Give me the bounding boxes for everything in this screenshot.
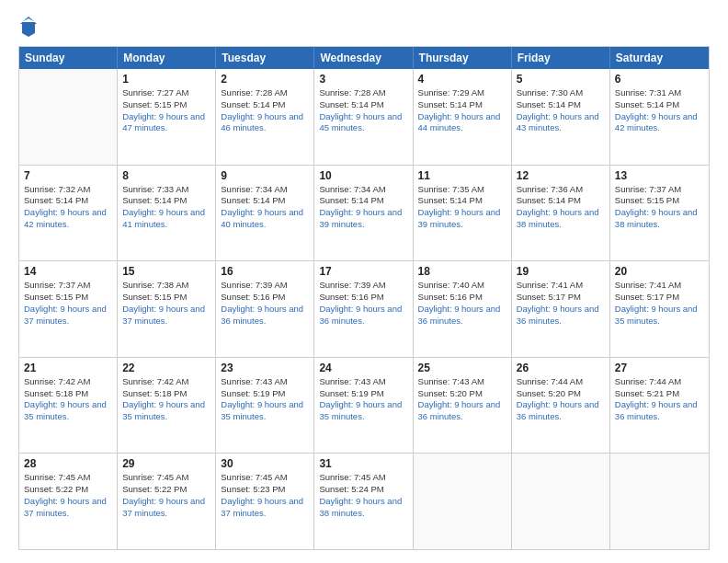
- cell-info: Sunrise: 7:28 AMSunset: 5:14 PMDaylight:…: [319, 87, 407, 134]
- daylight-text: Daylight: 9 hours and35 minutes.: [615, 304, 698, 326]
- calendar-cell-3-0: 21Sunrise: 7:42 AMSunset: 5:18 PMDayligh…: [19, 358, 118, 454]
- sunset-text: Sunset: 5:15 PM: [122, 99, 210, 111]
- sunrise-text: Sunrise: 7:36 AM: [517, 184, 605, 196]
- day-number: 8: [122, 169, 210, 182]
- day-number: 19: [517, 265, 605, 278]
- sunset-text: Sunset: 5:18 PM: [24, 388, 112, 400]
- cell-info: Sunrise: 7:37 AMSunset: 5:15 PMDaylight:…: [615, 184, 704, 231]
- cell-info: Sunrise: 7:45 AMSunset: 5:24 PMDaylight:…: [319, 472, 407, 519]
- sunrise-text: Sunrise: 7:34 AM: [221, 184, 309, 196]
- sunrise-text: Sunrise: 7:45 AM: [319, 472, 407, 484]
- day-number: 27: [615, 362, 704, 374]
- sunrise-text: Sunrise: 7:37 AM: [615, 184, 704, 196]
- calendar-header: SundayMondayTuesdayWednesdayThursdayFrid…: [19, 47, 709, 69]
- daylight-text: Daylight: 9 hours and41 minutes.: [122, 207, 205, 229]
- daylight-text: Daylight: 9 hours and40 minutes.: [221, 207, 303, 229]
- calendar-cell-0-3: 3Sunrise: 7:28 AMSunset: 5:14 PMDaylight…: [314, 69, 413, 165]
- cell-info: Sunrise: 7:39 AMSunset: 5:16 PMDaylight:…: [319, 280, 407, 327]
- sunrise-text: Sunrise: 7:41 AM: [517, 280, 605, 292]
- day-number: 7: [24, 169, 112, 182]
- sunrise-text: Sunrise: 7:39 AM: [221, 280, 309, 292]
- daylight-text: Daylight: 9 hours and36 minutes.: [517, 399, 599, 421]
- sunrise-text: Sunrise: 7:45 AM: [221, 472, 309, 484]
- sunset-text: Sunset: 5:15 PM: [24, 292, 112, 304]
- calendar-cell-2-6: 20Sunrise: 7:41 AMSunset: 5:17 PMDayligh…: [610, 261, 709, 357]
- cell-info: Sunrise: 7:44 AMSunset: 5:20 PMDaylight:…: [517, 376, 605, 423]
- calendar-cell-1-6: 13Sunrise: 7:37 AMSunset: 5:15 PMDayligh…: [610, 166, 709, 261]
- day-number: 16: [221, 265, 309, 278]
- cell-info: Sunrise: 7:43 AMSunset: 5:20 PMDaylight:…: [418, 376, 506, 423]
- calendar-cell-1-3: 10Sunrise: 7:34 AMSunset: 5:14 PMDayligh…: [314, 166, 413, 261]
- calendar-cell-2-0: 14Sunrise: 7:37 AMSunset: 5:15 PMDayligh…: [19, 261, 118, 357]
- sunset-text: Sunset: 5:14 PM: [319, 195, 407, 207]
- sunset-text: Sunset: 5:20 PM: [517, 388, 605, 400]
- sunrise-text: Sunrise: 7:27 AM: [122, 87, 210, 99]
- calendar-cell-3-3: 24Sunrise: 7:43 AMSunset: 5:19 PMDayligh…: [314, 358, 413, 454]
- sunrise-text: Sunrise: 7:44 AM: [517, 376, 605, 388]
- daylight-text: Daylight: 9 hours and44 minutes.: [418, 111, 501, 133]
- day-number: 3: [319, 73, 407, 86]
- daylight-text: Daylight: 9 hours and37 minutes.: [122, 304, 205, 326]
- cell-info: Sunrise: 7:43 AMSunset: 5:19 PMDaylight:…: [221, 376, 309, 423]
- cell-info: Sunrise: 7:45 AMSunset: 5:22 PMDaylight:…: [122, 472, 210, 519]
- daylight-text: Daylight: 9 hours and36 minutes.: [418, 304, 501, 326]
- day-number: 11: [418, 169, 506, 182]
- daylight-text: Daylight: 9 hours and39 minutes.: [418, 207, 501, 229]
- sunrise-text: Sunrise: 7:31 AM: [615, 87, 704, 99]
- header-cell-wednesday: Wednesday: [314, 47, 413, 69]
- cell-info: Sunrise: 7:32 AMSunset: 5:14 PMDaylight:…: [24, 184, 112, 231]
- calendar-cell-3-1: 22Sunrise: 7:42 AMSunset: 5:18 PMDayligh…: [118, 358, 216, 454]
- sunset-text: Sunset: 5:16 PM: [319, 292, 407, 304]
- sunrise-text: Sunrise: 7:28 AM: [319, 87, 407, 99]
- day-number: 4: [418, 73, 506, 86]
- day-number: 20: [615, 265, 704, 278]
- calendar-cell-3-6: 27Sunrise: 7:44 AMSunset: 5:21 PMDayligh…: [610, 358, 709, 454]
- daylight-text: Daylight: 9 hours and42 minutes.: [615, 111, 698, 133]
- daylight-text: Daylight: 9 hours and36 minutes.: [319, 304, 402, 326]
- day-number: 28: [24, 457, 112, 470]
- sunset-text: Sunset: 5:14 PM: [418, 99, 506, 111]
- calendar-cell-1-4: 11Sunrise: 7:35 AMSunset: 5:14 PMDayligh…: [414, 166, 512, 261]
- day-number: 10: [319, 169, 407, 182]
- calendar-cell-2-1: 15Sunrise: 7:38 AMSunset: 5:15 PMDayligh…: [118, 261, 216, 357]
- logo: [18, 17, 37, 37]
- daylight-text: Daylight: 9 hours and36 minutes.: [221, 304, 303, 326]
- sunset-text: Sunset: 5:19 PM: [221, 388, 309, 400]
- daylight-text: Daylight: 9 hours and47 minutes.: [122, 111, 205, 133]
- sunset-text: Sunset: 5:22 PM: [122, 484, 210, 496]
- sunset-text: Sunset: 5:14 PM: [24, 195, 112, 207]
- daylight-text: Daylight: 9 hours and43 minutes.: [517, 111, 599, 133]
- sunrise-text: Sunrise: 7:38 AM: [122, 280, 210, 292]
- calendar-cell-0-6: 6Sunrise: 7:31 AMSunset: 5:14 PMDaylight…: [610, 69, 709, 165]
- cell-info: Sunrise: 7:31 AMSunset: 5:14 PMDaylight:…: [615, 87, 704, 134]
- calendar-cell-1-0: 7Sunrise: 7:32 AMSunset: 5:14 PMDaylight…: [19, 166, 118, 261]
- sunset-text: Sunset: 5:14 PM: [221, 195, 309, 207]
- sunrise-text: Sunrise: 7:32 AM: [24, 184, 112, 196]
- sunrise-text: Sunrise: 7:43 AM: [319, 376, 407, 388]
- day-number: 14: [24, 265, 112, 278]
- sunrise-text: Sunrise: 7:42 AM: [122, 376, 210, 388]
- daylight-text: Daylight: 9 hours and35 minutes.: [221, 399, 303, 421]
- calendar-cell-4-6: [610, 454, 709, 549]
- page: SundayMondayTuesdayWednesdayThursdayFrid…: [0, 0, 728, 563]
- sunrise-text: Sunrise: 7:28 AM: [221, 87, 309, 99]
- calendar-cell-4-4: [414, 454, 512, 549]
- calendar-cell-1-1: 8Sunrise: 7:33 AMSunset: 5:14 PMDaylight…: [118, 166, 216, 261]
- sunrise-text: Sunrise: 7:42 AM: [24, 376, 112, 388]
- sunrise-text: Sunrise: 7:40 AM: [418, 280, 506, 292]
- daylight-text: Daylight: 9 hours and35 minutes.: [122, 399, 205, 421]
- daylight-text: Daylight: 9 hours and46 minutes.: [221, 111, 303, 133]
- sunset-text: Sunset: 5:17 PM: [615, 292, 704, 304]
- cell-info: Sunrise: 7:28 AMSunset: 5:14 PMDaylight:…: [221, 87, 309, 134]
- daylight-text: Daylight: 9 hours and37 minutes.: [122, 496, 205, 518]
- cell-info: Sunrise: 7:44 AMSunset: 5:21 PMDaylight:…: [615, 376, 704, 423]
- day-number: 9: [221, 169, 309, 182]
- cell-info: Sunrise: 7:30 AMSunset: 5:14 PMDaylight:…: [517, 87, 605, 134]
- calendar-cell-0-0: [19, 69, 118, 165]
- sunrise-text: Sunrise: 7:43 AM: [418, 376, 506, 388]
- sunset-text: Sunset: 5:14 PM: [418, 195, 506, 207]
- calendar-cell-3-4: 25Sunrise: 7:43 AMSunset: 5:20 PMDayligh…: [414, 358, 512, 454]
- cell-info: Sunrise: 7:40 AMSunset: 5:16 PMDaylight:…: [418, 280, 506, 327]
- day-number: 13: [615, 169, 704, 182]
- logo-icon: [20, 17, 37, 37]
